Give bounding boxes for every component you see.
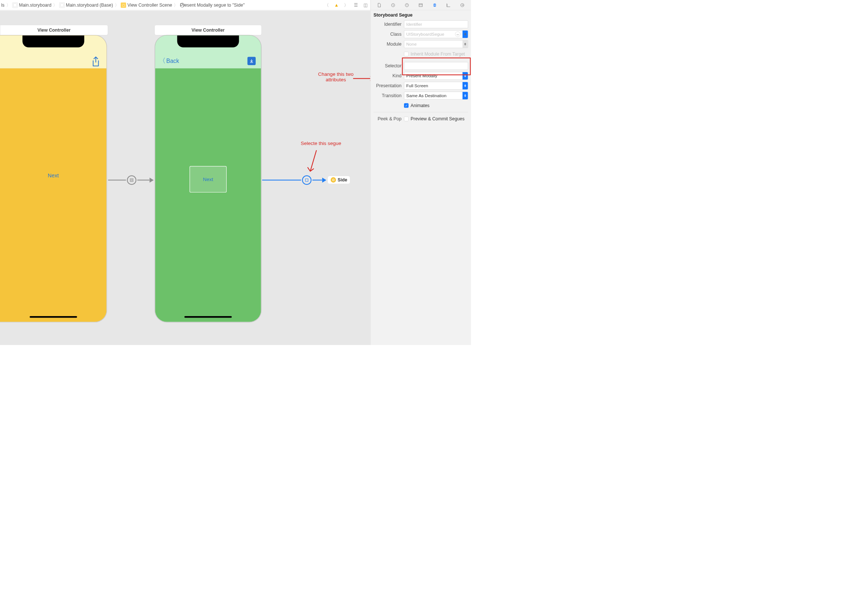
storyboard-file-icon — [59, 2, 65, 8]
presentation-label: Presentation — [374, 83, 404, 89]
storyboard-canvas[interactable]: View Controller View Controller Next — [0, 10, 370, 345]
transition-select[interactable]: Same As Destination — [404, 92, 468, 99]
inherit-module-label: Inherit Module From Target — [410, 51, 465, 57]
svg-rect-7 — [419, 4, 422, 7]
clear-class-button[interactable]: – — [455, 32, 461, 37]
view-controller-preview[interactable]: Next — [0, 35, 107, 323]
animates-label: Animates — [410, 103, 429, 108]
scene-icon: ▢ — [121, 2, 126, 8]
attributes-inspector-tab[interactable] — [430, 0, 439, 10]
back-button[interactable]: 〈 Back — [159, 56, 179, 66]
container-view-button[interactable]: Next — [189, 166, 227, 192]
assistant-toggle-button[interactable]: ◫ — [362, 1, 369, 9]
selector-field[interactable] — [404, 62, 468, 70]
peek-pop-option-label: Preview & Commit Segues — [410, 116, 464, 122]
segue-kind-icon — [127, 176, 136, 185]
chevron-right-icon: 〉 — [6, 2, 12, 8]
identifier-label: Identifier — [374, 22, 404, 27]
storyboard-file-icon — [13, 2, 18, 8]
inspector-section-title: Storyboard Segue — [371, 10, 471, 20]
download-icon[interactable] — [248, 57, 256, 65]
inherit-module-checkbox[interactable] — [404, 52, 408, 56]
svg-text:?: ? — [406, 4, 407, 6]
nav-forward-button[interactable]: 〉 — [343, 1, 350, 9]
kind-label: Kind — [374, 73, 404, 79]
selector-label: Selector — [374, 63, 404, 69]
segue-icon — [180, 3, 184, 7]
inspector-tab-bar: ? — [371, 0, 471, 10]
identity-inspector-tab[interactable] — [416, 0, 425, 10]
svg-rect-1 — [131, 179, 132, 181]
svg-rect-0 — [130, 179, 133, 182]
warning-icon[interactable]: ▲ — [333, 1, 340, 9]
breadcrumb[interactable]: Main.storyboard — [13, 2, 51, 8]
identifier-field[interactable] — [404, 20, 468, 28]
breadcrumb[interactable]: Present Modally segue to "Side" — [180, 2, 245, 8]
module-label: Module — [374, 42, 404, 47]
next-button[interactable]: Next — [48, 172, 59, 179]
help-inspector-tab[interactable]: ? — [403, 0, 412, 10]
chevron-right-icon: 〉 — [114, 2, 120, 8]
annotation-arrow — [306, 149, 323, 177]
annotation-text: Selecte this segue — [301, 140, 341, 146]
connections-inspector-tab[interactable] — [458, 0, 467, 10]
path-bar: ls 〉 Main.storyboard 〉 Main.storyboard (… — [0, 0, 370, 10]
svg-point-3 — [333, 179, 334, 181]
scene-title-label: View Controller — [38, 27, 70, 33]
inspector-panel: ? Storyboard Segue Identifier — [371, 0, 471, 345]
class-label: Class — [374, 32, 404, 37]
breadcrumb[interactable]: Main.storyboard (Base) — [59, 2, 113, 8]
home-indicator — [184, 316, 232, 318]
scene-reference-chip[interactable]: Side — [327, 176, 350, 184]
annotation-arrow — [352, 74, 371, 82]
scene-title-bar[interactable]: View Controller — [0, 25, 108, 35]
breadcrumb[interactable]: ls — [1, 2, 4, 8]
view-controller-preview[interactable]: 〈 Back Next — [154, 35, 262, 323]
chevron-left-icon: 〈 — [159, 56, 166, 66]
breadcrumb[interactable]: ▢ View Controller Scene — [121, 2, 172, 8]
animates-checkbox[interactable] — [404, 103, 408, 108]
share-icon[interactable] — [91, 56, 100, 67]
segue-connector[interactable] — [108, 176, 154, 185]
class-select[interactable]: UIStoryboardSegue – — [404, 30, 468, 38]
home-indicator — [29, 316, 77, 318]
chevron-right-icon: 〉 — [173, 2, 179, 8]
file-inspector-tab[interactable] — [375, 0, 384, 10]
peek-pop-label: Peek & Pop — [374, 116, 404, 122]
chevron-right-icon: 〉 — [53, 2, 58, 8]
size-inspector-tab[interactable] — [444, 0, 453, 10]
nav-back-button[interactable]: 〈 — [323, 1, 330, 9]
history-inspector-tab[interactable] — [388, 0, 398, 10]
outline-toggle-button[interactable]: ☰ — [353, 1, 359, 9]
svg-rect-2 — [305, 179, 308, 182]
kind-select[interactable]: Present Modally — [404, 72, 468, 79]
device-notch — [22, 35, 84, 47]
scene-title-label: View Controller — [192, 27, 225, 33]
device-notch — [177, 35, 239, 47]
scene-title-bar[interactable]: View Controller — [154, 25, 262, 35]
presentation-select[interactable]: Full Screen — [404, 82, 468, 89]
storyboard-reference-icon — [331, 177, 336, 183]
peek-pop-checkbox[interactable] — [404, 117, 408, 121]
module-select[interactable]: None — [404, 40, 468, 48]
transition-label: Transition — [374, 93, 404, 98]
